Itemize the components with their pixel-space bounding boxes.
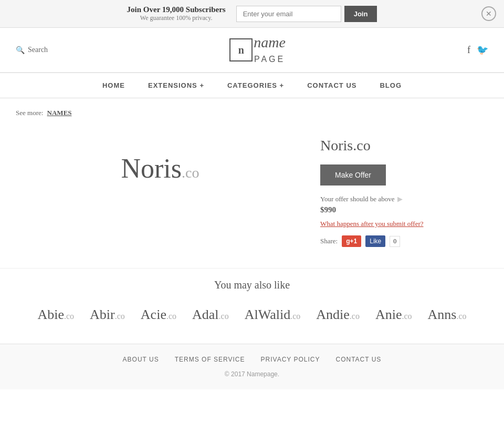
nav-categories[interactable]: CATEGORIES + (216, 73, 296, 98)
share-label: Share: (320, 237, 338, 245)
gplus-button[interactable]: g+1 (342, 235, 361, 247)
footer-link[interactable]: CONTACT US (335, 356, 381, 363)
logo-link[interactable]: n namePAGE (229, 35, 286, 65)
nav-home[interactable]: HOME (91, 73, 136, 98)
share-row: Share: g+1 Like 0 (320, 235, 488, 247)
banner-subtitle: We guarantee 100% privacy. (127, 14, 226, 22)
also-like-tld: .co (350, 312, 360, 321)
facebook-like-button[interactable]: Like (365, 235, 385, 247)
social-icons: f 🐦 (467, 44, 488, 56)
also-like-domain-item[interactable]: Acie.co (141, 307, 176, 323)
top-banner: Join Over 19,000 Subscribers We guarante… (0, 0, 504, 28)
nav-extensions[interactable]: EXTENSIONS + (136, 73, 216, 98)
nav-contact[interactable]: CONTACT US (296, 73, 368, 98)
also-like-section: You may also like Abie.coAbir.coAcie.coA… (0, 268, 504, 344)
breadcrumb-prefix: See more: (16, 109, 43, 117)
footer-link[interactable]: PRIVACY POLICY (261, 356, 320, 363)
email-input[interactable] (236, 6, 341, 22)
breadcrumb: See more: NAMES (0, 98, 504, 121)
breadcrumb-link[interactable]: NAMES (47, 109, 72, 117)
also-like-domain-item[interactable]: Andie.co (316, 307, 360, 323)
also-like-tld: .co (219, 312, 229, 321)
banner-text-block: Join Over 19,000 Subscribers We guarante… (127, 5, 226, 22)
email-form: Join (236, 6, 377, 22)
make-offer-button[interactable]: Make Offer (320, 164, 386, 186)
fb-count: 0 (390, 236, 400, 247)
also-like-tld: .co (64, 312, 74, 321)
also-like-name: Abir (90, 307, 115, 322)
also-like-domain-item[interactable]: Abie.co (37, 307, 74, 323)
footer-links: ABOUT USTERMS OF SERVICEPRIVACY POLICYCO… (16, 356, 488, 363)
also-like-domain-item[interactable]: Abir.co (90, 307, 125, 323)
offer-note: Your offer should be above ▶ (320, 195, 488, 203)
also-like-tld: .co (166, 312, 176, 321)
also-like-tld: .co (115, 312, 125, 321)
nav-blog[interactable]: BLOG (368, 73, 413, 98)
main-content: Noris.co Noris.co Make Offer Your offer … (0, 121, 504, 268)
also-like-name: Andie (316, 307, 350, 322)
also-like-domain-item[interactable]: Anie.co (375, 307, 412, 323)
close-banner-button[interactable]: ✕ (481, 6, 496, 21)
domain-grid: Abie.coAbir.coAcie.coAdal.coAlWalid.coAn… (16, 307, 488, 323)
also-like-domain-item[interactable]: AlWalid.co (245, 307, 301, 323)
also-like-domain-item[interactable]: Adal.co (192, 307, 229, 323)
domain-title: Noris.co (320, 137, 488, 154)
footer: ABOUT USTERMS OF SERVICEPRIVACY POLICYCO… (0, 344, 504, 389)
copyright-year: © 2017 (225, 370, 245, 378)
domain-logo-large: Noris.co (121, 153, 200, 184)
twitter-link[interactable]: 🐦 (477, 44, 488, 56)
domain-visual: Noris.co (16, 132, 304, 247)
fb-like-label: Like (370, 238, 381, 245)
footer-link[interactable]: TERMS OF SERVICE (175, 356, 245, 363)
also-like-name: AlWalid (245, 307, 290, 322)
logo-area: n namePAGE (229, 35, 286, 65)
also-like-domain-item[interactable]: Anns.co (428, 307, 467, 323)
domain-info-panel: Noris.co Make Offer Your offer should be… (320, 132, 488, 247)
logo-text: namePAGE (254, 35, 286, 65)
also-like-name: Adal (192, 307, 219, 322)
join-button[interactable]: Join (344, 6, 377, 22)
search-label: Search (28, 46, 48, 54)
banner-title: Join Over 19,000 Subscribers (127, 5, 226, 14)
domain-tld-large: .co (182, 164, 199, 181)
domain-name-large: Noris (121, 153, 182, 183)
logo-icon: n (238, 44, 244, 56)
also-like-tld: .co (290, 312, 300, 321)
also-like-name: Acie (141, 307, 166, 322)
header: 🔍 Search n namePAGE f 🐦 (0, 28, 504, 73)
offer-amount: $990 (320, 205, 488, 214)
footer-copyright: © 2017 Namepage. (16, 370, 488, 378)
logo-icon-box: n (229, 38, 253, 61)
also-like-name: Anie (375, 307, 402, 322)
what-happens-link[interactable]: What happens after you submit offer? (320, 220, 488, 228)
search-icon: 🔍 (16, 46, 25, 55)
also-like-name: Abie (37, 307, 64, 322)
main-nav: HOME EXTENSIONS + CATEGORIES + CONTACT U… (0, 73, 504, 98)
also-like-heading: You may also like (16, 279, 488, 291)
search-area[interactable]: 🔍 Search (16, 46, 48, 55)
footer-brand-link[interactable]: Namepage. (247, 370, 279, 378)
offer-arrow-icon: ▶ (397, 195, 403, 203)
also-like-tld: .co (402, 312, 412, 321)
also-like-tld: .co (456, 312, 466, 321)
facebook-link[interactable]: f (467, 45, 470, 56)
footer-link[interactable]: ABOUT US (123, 356, 159, 363)
also-like-name: Anns (428, 307, 457, 322)
